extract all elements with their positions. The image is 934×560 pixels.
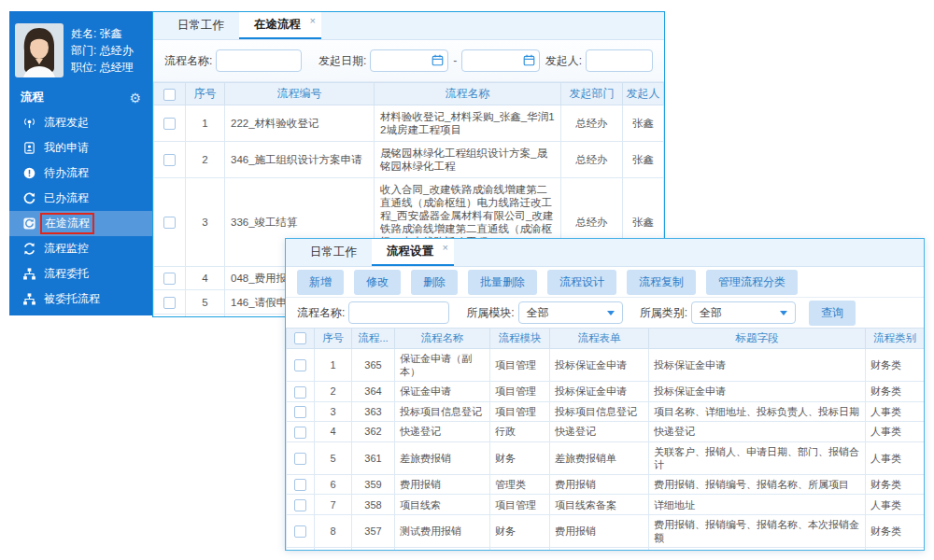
select-all-checkbox[interactable] (294, 332, 306, 344)
cell-title-fields: 设计审查、项目名称、专业、设计人、制单日期 (649, 547, 866, 551)
col-process-form: 流程表单 (550, 329, 649, 349)
cell-process-name: 材料验收登记_材料采购_张鑫_华润12城房建工程项目 (375, 105, 561, 142)
table-row[interactable]: 4 362 快递登记 行政 快递登记 快递登记 人事类 (287, 422, 925, 442)
sidebar-item-process-monitor[interactable]: 流程监控 (9, 236, 152, 261)
row-checkbox[interactable] (294, 479, 306, 491)
add-button[interactable]: 新增 (297, 270, 344, 295)
batch-delete-button[interactable]: 批量删除 (468, 270, 537, 295)
cell-process-form: 费用报销 (550, 474, 649, 495)
table-row[interactable]: 2 364 保证金申请 项目管理 投标保证金申请 投标保证金申请 财务类 (287, 382, 925, 402)
cell-process-code: 358 (352, 495, 395, 515)
close-icon[interactable]: × (443, 242, 448, 253)
sidebar-item-in-transit-processes[interactable]: 在途流程 (9, 211, 152, 236)
col-process-name: 流程名称 (375, 83, 561, 105)
gear-icon[interactable]: ⚙ (129, 91, 141, 105)
row-checkbox[interactable] (163, 217, 176, 229)
delete-button[interactable]: 删除 (411, 270, 458, 295)
category-label: 所属类别: (640, 305, 687, 321)
cell-initiator: 张鑫 (623, 105, 664, 142)
cell-seq: 5 (186, 290, 225, 314)
cell-process-code: 361 (352, 441, 395, 474)
cell-seq: 6 (186, 314, 225, 317)
row-checkbox[interactable] (294, 525, 306, 538)
row-checkbox[interactable] (163, 118, 176, 130)
process-name-input[interactable] (216, 49, 302, 72)
manage-process-category-button[interactable]: 管理流程分类 (706, 270, 798, 295)
cell-title-fields: 费用报销、报销编号、报销名称、本次报销金额 (649, 514, 866, 547)
tab-daily-work[interactable]: 日常工作 (163, 12, 239, 39)
process-copy-button[interactable]: 流程复制 (627, 270, 696, 295)
sidebar-item-done-processes[interactable]: 已办流程 (9, 186, 152, 211)
row-checkbox[interactable] (294, 499, 306, 511)
process-name-label: 流程名称: (164, 53, 212, 69)
initiator-input[interactable] (586, 49, 653, 72)
table-row[interactable]: 2 346_施工组织设计方案申请 晟铭园林绿化工程组织设计方案_晟铭园林绿化工程… (154, 142, 664, 178)
table-row[interactable]: 7 358 项目线索 项目管理 项目线索备案 详细地址 人事类 (287, 495, 925, 515)
cell-process-module: 管理类 (490, 474, 550, 495)
table-row[interactable]: 9 356 设计审查 项目管理 设计审查 设计审查、项目名称、专业、设计人、制单… (287, 547, 925, 551)
user-profile: 姓名: 张鑫 部门: 总经办 职位: 总经理 (9, 11, 152, 85)
row-checkbox[interactable] (294, 406, 306, 418)
cell-process-code: 222_材料验收登记 (225, 105, 375, 142)
table-row[interactable]: 8 357 测试费用报销 财务 费用报销 费用报销、报销编号、报销名称、本次报销… (287, 514, 925, 547)
calendar-icon[interactable] (432, 54, 444, 66)
row-checkbox[interactable] (163, 297, 176, 309)
sidebar-item-label: 被委托流程 (44, 291, 100, 307)
sidebar-item-process-delegate[interactable]: 流程委托 (9, 261, 152, 287)
category-select[interactable]: 全部 (691, 301, 796, 324)
select-all-checkbox[interactable] (163, 89, 176, 101)
tab-label: 日常工作 (310, 245, 357, 260)
table-row[interactable]: 3 363 投标项目信息登记 项目管理 投标项目信息登记 项目名称、详细地址、投… (287, 401, 925, 422)
sync-icon (21, 242, 36, 257)
table-row[interactable]: 1 365 保证金申请（副本） 项目管理 投标保证金申请 投标保证金申请 财务类 (287, 349, 925, 382)
search-button[interactable]: 查询 (809, 301, 856, 326)
edit-button[interactable]: 修改 (354, 270, 401, 295)
cell-seq: 3 (186, 178, 225, 267)
table-header-row: 序号 流程... 流程名称 流程模块 流程表单 标题字段 流程类别 (287, 329, 925, 349)
row-checkbox[interactable] (294, 427, 306, 439)
profile-title: 职位: 总经理 (71, 60, 134, 76)
window2-filterbar: 流程名称: 所属模块: 全部 所属类别: 全部 查询 (286, 298, 924, 328)
avatar (15, 23, 64, 77)
profile-name: 姓名: 张鑫 (71, 26, 134, 42)
sidebar-item-my-applications[interactable]: 我的申请 (9, 135, 152, 161)
close-icon[interactable]: × (310, 15, 316, 26)
cell-process-category: 财务类 (866, 349, 925, 382)
row-checkbox[interactable] (294, 386, 306, 399)
cell-process-category: 财务类 (866, 514, 925, 547)
cell-title-fields: 费用报销、报销编号、报销名称、所属项目 (649, 474, 866, 495)
tab-daily-work[interactable]: 日常工作 (295, 239, 372, 266)
process-name-input[interactable] (348, 301, 449, 324)
row-checkbox[interactable] (294, 359, 306, 371)
tab-process-settings[interactable]: 流程设置 × (372, 239, 454, 266)
calendar-icon[interactable] (523, 54, 535, 66)
cell-process-name: 项目线索 (395, 495, 490, 515)
module-select[interactable]: 全部 (518, 301, 623, 324)
sidebar-item-todo-processes[interactable]: 待办流程 (9, 161, 152, 186)
module-label: 所属模块: (466, 305, 514, 321)
row-checkbox[interactable] (163, 273, 176, 285)
process-design-button[interactable]: 流程设计 (547, 270, 616, 295)
table-row[interactable]: 5 361 差旅费报销 财务 差旅费报销单 关联客户、报销人、申请日期、部门、报… (287, 441, 925, 474)
cell-title-fields: 快递登记 (649, 422, 866, 442)
cell-process-form: 费用报销 (550, 514, 649, 547)
sidebar-item-label annotation-box: 在途流程 (40, 213, 94, 234)
cell-process-form: 投标保证金申请 (550, 382, 649, 402)
sidebar: 姓名: 张鑫 部门: 总经办 职位: 总经理 流程 ⚙ 流程发起 我的申请 待办… (9, 11, 152, 315)
row-checkbox[interactable] (294, 453, 306, 465)
cell-process-code: 364 (352, 382, 395, 402)
cell-process-category: 人事类 (866, 547, 925, 551)
row-checkbox[interactable] (163, 154, 176, 166)
cell-process-form: 快递登记 (550, 422, 649, 442)
chevron-down-icon (780, 311, 787, 315)
table-row[interactable]: 6 359 费用报销 管理类 费用报销 费用报销、报销编号、报销名称、所属项目 … (287, 474, 925, 495)
cell-start-dept: 总经办 (561, 105, 623, 142)
cell-seq: 1 (315, 349, 352, 382)
sidebar-item-delegated-processes[interactable]: 被委托流程 (9, 287, 152, 312)
col-seq: 序号 (315, 329, 352, 349)
sidebar-item-process-start[interactable]: 流程发起 (9, 110, 152, 135)
module-select-value: 全部 (527, 305, 549, 321)
table-row[interactable]: 1 222_材料验收登记 材料验收登记_材料采购_张鑫_华润12城房建工程项目 … (154, 105, 664, 142)
tab-in-transit-processes[interactable]: 在途流程 × (239, 12, 321, 39)
cell-process-code: 346_施工组织设计方案申请 (225, 142, 375, 178)
